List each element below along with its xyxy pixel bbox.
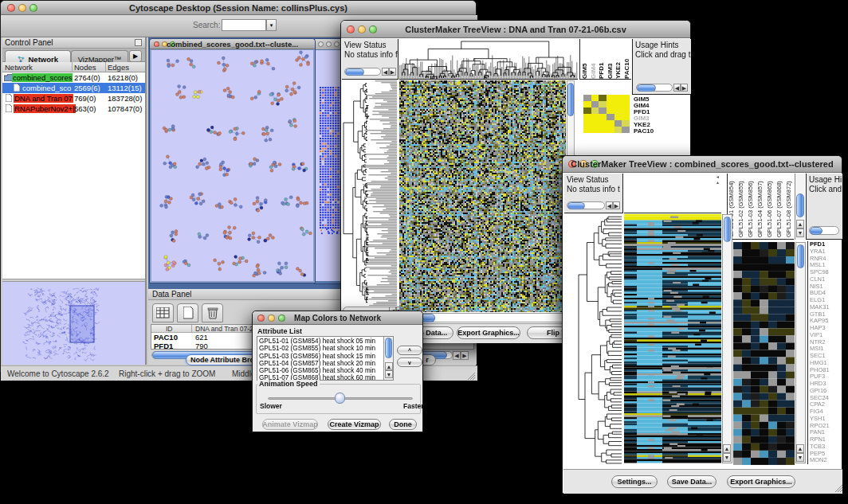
data-panel-title: Data Panel [152, 290, 191, 299]
scroll-right-icon[interactable]: ▶ [461, 351, 469, 360]
resize-grip[interactable] [466, 371, 476, 381]
network-name: DNA and Tran 07 [14, 94, 73, 103]
move-down-button[interactable]: v [397, 357, 422, 367]
matrix-cell [614, 107, 622, 114]
scroll-up-icon[interactable]: ▲ [796, 220, 804, 229]
matrix-cell [591, 101, 599, 107]
attribute-listbox[interactable]: GPL51-01 (GSM854) heat shock 05 minGPL51… [257, 336, 394, 381]
treeview1-column-labels: GIM5GIM4PFD1GIM3YKE2PAC10 [579, 39, 631, 80]
treeview2-column-labels: GPL51-01 (GSM854)GPL51-02 (GSM855)GPL51-… [727, 174, 794, 240]
status-welcome: Welcome to Cytoscape 2.6.2 [7, 369, 109, 379]
matrix-cell [599, 127, 607, 133]
export-graphics-button[interactable]: Export Graphics... [457, 326, 520, 339]
data-panel-tab-delete[interactable] [202, 303, 223, 322]
scroll-up-icon[interactable]: ▲ [796, 444, 804, 453]
animation-slider-thumb[interactable] [335, 393, 345, 404]
search-input[interactable] [222, 19, 266, 31]
treeview2-row-dendrogram[interactable] [564, 214, 623, 467]
attribute-list-label: Attribute List [257, 327, 302, 337]
save-data-button[interactable]: Save Data... [667, 475, 716, 488]
treeview1-heatmap[interactable] [399, 80, 566, 312]
network-list-row[interactable]: combined_scores2764(0)16218(0) [2, 72, 145, 83]
close-icon[interactable] [318, 41, 324, 47]
network-edges: 13112(15) [108, 84, 142, 92]
network-overview[interactable] [2, 282, 145, 365]
scroll-left-icon[interactable]: ◀ [673, 84, 681, 92]
network-list-row[interactable]: combined_sco2569(6)13112(15) [2, 83, 145, 93]
matrix-cell [591, 107, 599, 114]
scroll-down-icon[interactable]: ▼ [723, 453, 731, 462]
network-nodes: 2569(6) [74, 84, 100, 92]
matrix-cell [622, 101, 630, 107]
scroll-right-icon[interactable]: ▶ [681, 84, 688, 92]
float-panel-icon[interactable] [135, 39, 142, 46]
treeview2-labels-vscrollbar[interactable]: ▲ ▼ [795, 174, 805, 240]
matrix-cell [607, 107, 614, 114]
animate-vizmap-button[interactable]: Animate Vizmap [262, 419, 318, 430]
create-vizmap-button[interactable]: Create Vizmap [328, 419, 381, 430]
scroll-down-icon[interactable]: ▼ [796, 229, 804, 237]
attribute-list-item[interactable]: GPL51-02 (GSM855) heat shock 10 min [259, 345, 393, 352]
zoom-icon[interactable] [334, 41, 340, 47]
settings-button[interactable]: Settings... [611, 475, 658, 488]
treeview2-secondary-heatmap[interactable] [733, 242, 795, 465]
scroll-right-icon[interactable]: ▶ [389, 68, 396, 76]
search-dropdown-button[interactable]: ▾ [266, 19, 277, 31]
matrix-cell [583, 95, 591, 101]
network-edges: 107847(0) [108, 104, 142, 113]
treeview2-secondary-vscrollbar[interactable]: ▲ ▼ [795, 242, 806, 463]
treeview2-row-labels: PFD1YRA1RNR4MSL1SPC98CLN1NIS1BUD4ELG1MAK… [807, 241, 842, 464]
attribute-list-vscrollbar[interactable]: ▲ ▼ [383, 337, 393, 380]
tab-network[interactable]: Network [5, 50, 71, 62]
network-name: combined_sco [22, 84, 72, 92]
move-up-button[interactable]: ^ [397, 346, 422, 355]
dialog-title-bar[interactable]: Map Colors to Network [253, 311, 422, 325]
scroll-left-icon[interactable]: ◀ [453, 351, 461, 360]
treeview2-usage-hints-panel: Usage Hi Click and [806, 174, 842, 240]
main-window-title: Cytoscape Desktop (Session Name: collins… [1, 3, 476, 13]
scroll-down-icon[interactable]: ▼ [385, 370, 393, 378]
resize-grip[interactable] [834, 483, 843, 493]
attribute-list-item[interactable]: GPL51-06 (GSM865) heat shock 40 min [259, 367, 393, 374]
data-panel-tab-new[interactable] [177, 303, 198, 322]
faster-label: Faster [403, 402, 424, 412]
treeview1-column-dendrogram[interactable] [399, 39, 578, 80]
scroll-left-icon[interactable]: ◀ [606, 201, 613, 209]
scroll-right-icon[interactable]: ▶ [613, 201, 620, 209]
network-list-row[interactable]: RNAPuberNov2+|563(0)107847(0) [2, 104, 145, 114]
scroll-up-icon[interactable]: ▲ [723, 444, 731, 453]
treeview2-heatmap-vscrollbar[interactable]: ▲ ▼ [722, 214, 732, 463]
matrix-cell [622, 114, 630, 120]
treeview1-row-dendrogram[interactable] [342, 80, 397, 306]
data-panel-tab-table[interactable] [152, 303, 174, 322]
export-graphics-button[interactable]: Export Graphics... [727, 475, 795, 488]
done-button[interactable]: Done [389, 419, 417, 430]
scroll-down-icon[interactable]: ▼ [796, 453, 804, 462]
network-view-window-1[interactable]: combined_scores_good.txt--cluste... [149, 38, 316, 283]
treeview1-mini-matrix[interactable] [583, 95, 630, 133]
column-label: GPL51-04 (GSM857) [756, 174, 766, 239]
column-label: GPL51-08 (GSM872) [785, 174, 795, 239]
treeview2-title-bar[interactable]: ClusterMaker TreeView : combined_scores_… [563, 156, 842, 173]
network-list-row[interactable]: DNA and Tran 07769(0)183728(0) [2, 93, 145, 104]
scroll-left-icon[interactable]: ◀ [382, 68, 389, 76]
row-label: PAC10 [634, 128, 654, 135]
minimize-icon[interactable] [326, 41, 332, 47]
matrix-cell [599, 107, 607, 114]
treeview1-title-bar[interactable]: ClusterMaker TreeView : DNA and Tran 07-… [341, 21, 690, 38]
tab-vizmapper[interactable]: VizMapper™ [71, 50, 128, 62]
matrix-cell [591, 114, 599, 120]
attribute-list-item[interactable]: GPL51-03 (GSM856) heat shock 15 min [259, 353, 393, 360]
treeview2-heatmap[interactable] [624, 214, 721, 463]
main-title-bar[interactable]: Cytoscape Desktop (Session Name: collins… [1, 1, 476, 15]
matrix-cell [599, 120, 607, 127]
treeview2-view-status-panel: View Status No status info t ◀ ▶ [564, 174, 623, 213]
scroll-up-icon[interactable]: ▲ [385, 362, 393, 370]
dialog-title: Map Colors to Network [253, 314, 422, 322]
control-panel: Control Panel Network VizMapper™ ▶ Netwo… [2, 37, 147, 365]
tab-overflow-button[interactable]: ▶ [129, 50, 142, 62]
attribute-list-item[interactable]: GPL51-04 (GSM857) heat shock 20 min [259, 360, 393, 367]
attribute-list-item[interactable]: GPL51-01 (GSM854) heat shock 05 min [259, 338, 393, 345]
treeview2-column-dendrogram: ◂ ▴ [624, 174, 721, 213]
network-canvas[interactable] [151, 50, 313, 281]
